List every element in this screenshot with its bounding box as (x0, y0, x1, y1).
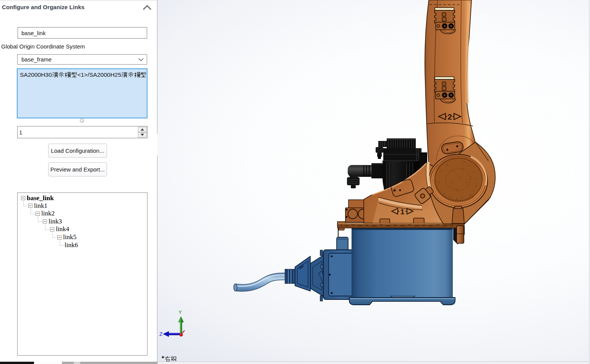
chevron-down-icon (138, 58, 144, 61)
tree-item-label: link5 (63, 233, 76, 241)
link-tree[interactable]: base_linklink1link2link3link4link5link6 (17, 193, 148, 356)
panel-header: Configure and Organize Links (2, 4, 155, 13)
triad-z-label: Z (159, 331, 162, 337)
tree-expander-icon[interactable] (57, 235, 62, 239)
tree-item-link1[interactable]: link1 (28, 202, 47, 210)
tree-item-label: link3 (49, 218, 62, 225)
motor-elbow-pipe (347, 165, 372, 188)
panel-title: Configure and Organize Links (2, 4, 84, 10)
coordinate-system-dropdown[interactable]: base_frame (17, 54, 147, 65)
tree-item-label: base_link (27, 194, 54, 202)
coordinate-system-label: Global Origin Coordinate System (1, 43, 85, 50)
tree-item-link3[interactable]: link3 (43, 218, 62, 225)
tree-expander-icon[interactable] (28, 204, 32, 208)
tree-item-link2[interactable]: link2 (36, 210, 55, 217)
cable-gland (285, 269, 295, 283)
triad-z-axis (163, 331, 181, 337)
triangle-up-icon (141, 128, 144, 131)
tree-item-label: link2 (41, 210, 55, 217)
list-resize-grip[interactable] (80, 118, 84, 123)
configure-links-panel: Configure and Organize Links base_link G… (0, 0, 157, 364)
instance-count-spinner[interactable]: 1 (17, 126, 148, 138)
arm-mount-block-2 (434, 77, 456, 103)
link-name-value: base_link (21, 30, 45, 36)
tree-expander-icon[interactable] (36, 212, 40, 216)
robot-base-cylinder (352, 226, 465, 297)
taskbar-strip-dark (0, 362, 34, 364)
link-name-input[interactable]: base_link (18, 27, 147, 39)
spinner-up-button[interactable] (138, 127, 147, 132)
robot-model: 2 (157, 0, 590, 364)
orientation-triad: Y Z (159, 309, 185, 337)
cable-assembly (234, 250, 326, 301)
load-configuration-button[interactable]: Load Configuration... (48, 144, 107, 158)
selected-components-list[interactable]: SA2000H30<1>/SA2000H25 (17, 68, 148, 118)
triad-y-label: Y (178, 309, 182, 315)
tree-item-link4[interactable]: link4 (50, 225, 69, 233)
tree-item-link5[interactable]: link5 (57, 233, 76, 241)
axis2-number: 2 (447, 112, 452, 121)
robot-base-plate (349, 296, 455, 305)
axis1-number: 1 (400, 208, 405, 216)
arm-mount-block-1 (434, 8, 456, 34)
tree-item-label: link1 (34, 202, 47, 210)
coordinate-system-value: base_frame (21, 56, 52, 63)
triangle-down-icon (141, 134, 144, 136)
tree-expander-icon[interactable] (50, 227, 54, 231)
taskbar-strip-light (34, 362, 62, 364)
selected-component-item[interactable]: SA2000H30<1>/SA2000H25 (20, 71, 147, 79)
tree-item-label: link4 (56, 225, 69, 233)
spinner-down-button[interactable] (138, 132, 147, 138)
tree-expander-icon[interactable] (21, 196, 25, 200)
graphics-viewport[interactable]: 2 (157, 0, 590, 364)
cable-connector (295, 256, 310, 291)
collapse-panel-button[interactable] (143, 5, 152, 11)
panel-hscrollbar-thumb[interactable] (74, 362, 80, 364)
instance-count-value: 1 (19, 126, 22, 138)
application-window: Configure and Organize Links base_link G… (0, 0, 590, 364)
status-strip (157, 361, 590, 364)
preview-and-export-button[interactable]: Preview and Export... (48, 162, 107, 176)
chevron-up-icon (143, 5, 152, 11)
tree-expander-icon[interactable] (43, 219, 47, 223)
tree-item-base_link[interactable]: base_link (21, 194, 54, 202)
